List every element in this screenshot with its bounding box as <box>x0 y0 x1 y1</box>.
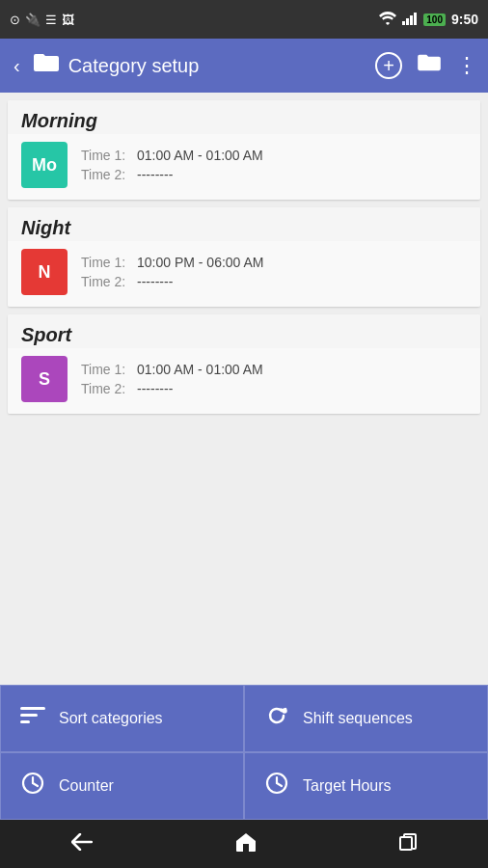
more-button[interactable]: ⋮ <box>456 53 478 78</box>
category-name: Night <box>21 217 70 238</box>
bottom-nav: Sort categories Shift sequences Counter <box>0 685 488 820</box>
category-header: Sport <box>8 314 480 348</box>
system-nav-bar <box>0 820 488 868</box>
category-badge: N <box>21 249 68 295</box>
top-bar: ‹ Category setup + ⋮ <box>0 39 488 93</box>
counter-clock-icon <box>20 771 45 801</box>
category-card[interactable]: Morning Mo Time 1: 01:00 AM - 01:00 AM T… <box>8 100 480 200</box>
category-body: N Time 1: 10:00 PM - 06:00 AM Time 2: --… <box>8 241 480 307</box>
category-header: Night <box>8 207 480 241</box>
target-hours-clock-icon <box>264 771 289 801</box>
notification-icon: ☰ <box>45 13 57 27</box>
time1-label: Time 1: <box>81 148 131 163</box>
time-row-1: Time 1: 01:00 AM - 01:00 AM <box>81 148 263 163</box>
time-row-2: Time 2: -------- <box>81 381 263 396</box>
svg-line-10 <box>33 783 38 786</box>
sys-home-button[interactable] <box>216 825 276 864</box>
shift-sequences-button[interactable]: Shift sequences <box>244 685 488 752</box>
time2-label: Time 2: <box>81 274 131 289</box>
clock-status: 9:50 <box>451 12 478 27</box>
category-badge: S <box>21 356 68 402</box>
battery-icon: 100 <box>423 14 446 26</box>
svg-rect-6 <box>20 720 30 723</box>
category-body: Mo Time 1: 01:00 AM - 01:00 AM Time 2: -… <box>8 134 480 200</box>
svg-rect-15 <box>400 837 412 850</box>
add-button[interactable]: + <box>375 52 402 79</box>
signal-bars-icon <box>402 12 418 28</box>
target-hours-label: Target Hours <box>303 777 392 795</box>
time-row-2: Time 2: -------- <box>81 167 263 182</box>
category-body: S Time 1: 01:00 AM - 01:00 AM Time 2: --… <box>8 348 480 414</box>
sys-back-button[interactable] <box>52 826 112 863</box>
header-folder-icon <box>34 52 59 79</box>
status-bar: ⊙ 🔌 ☰ 🖼 100 9:50 <box>0 0 488 39</box>
time2-label: Time 2: <box>81 167 131 182</box>
category-card[interactable]: Sport S Time 1: 01:00 AM - 01:00 AM Time… <box>8 314 480 414</box>
sort-categories-button[interactable]: Sort categories <box>0 685 244 752</box>
time-row-1: Time 1: 10:00 PM - 06:00 AM <box>81 255 264 270</box>
time2-value: -------- <box>137 167 173 182</box>
svg-rect-0 <box>402 21 405 25</box>
time1-value: 10:00 PM - 06:00 AM <box>137 255 264 270</box>
time1-value: 01:00 AM - 01:00 AM <box>137 362 263 377</box>
svg-rect-2 <box>410 15 413 25</box>
svg-rect-3 <box>414 13 417 25</box>
target-hours-button[interactable]: Target Hours <box>244 752 488 820</box>
svg-point-7 <box>284 710 286 713</box>
counter-button[interactable]: Counter <box>0 752 244 820</box>
signal-icon: ⊙ <box>10 13 20 27</box>
time2-value: -------- <box>137 274 173 289</box>
back-button[interactable]: ‹ <box>10 51 24 81</box>
time-row-1: Time 1: 01:00 AM - 01:00 AM <box>81 362 263 377</box>
time1-label: Time 1: <box>81 362 131 377</box>
svg-line-13 <box>277 783 282 786</box>
page-title: Category setup <box>68 55 366 77</box>
svg-rect-4 <box>20 707 45 710</box>
refresh-icon <box>264 703 289 734</box>
time-rows: Time 1: 01:00 AM - 01:00 AM Time 2: ----… <box>81 148 263 182</box>
time-row-2: Time 2: -------- <box>81 274 264 289</box>
svg-rect-1 <box>406 18 409 25</box>
category-name: Morning <box>21 110 97 131</box>
sort-icon <box>20 705 45 732</box>
header-actions: + ⋮ <box>375 52 478 79</box>
time2-label: Time 2: <box>81 381 131 396</box>
status-left: ⊙ 🔌 ☰ 🖼 <box>10 13 74 27</box>
category-badge: Mo <box>21 142 68 188</box>
folder-right-icon[interactable] <box>418 53 441 78</box>
time1-value: 01:00 AM - 01:00 AM <box>137 148 263 163</box>
svg-rect-5 <box>20 714 38 717</box>
wifi-icon <box>379 12 396 28</box>
sys-recent-button[interactable] <box>380 826 436 863</box>
image-icon: 🖼 <box>62 13 74 27</box>
time-rows: Time 1: 10:00 PM - 06:00 AM Time 2: ----… <box>81 255 264 289</box>
time2-value: -------- <box>137 381 173 396</box>
category-card[interactable]: Night N Time 1: 10:00 PM - 06:00 AM Time… <box>8 207 480 307</box>
status-right: 100 9:50 <box>379 12 478 28</box>
time-rows: Time 1: 01:00 AM - 01:00 AM Time 2: ----… <box>81 362 263 396</box>
category-name: Sport <box>21 324 71 345</box>
main-content: Morning Mo Time 1: 01:00 AM - 01:00 AM T… <box>0 93 488 685</box>
category-header: Morning <box>8 100 480 134</box>
usb-icon: 🔌 <box>25 13 41 27</box>
shift-sequences-label: Shift sequences <box>303 710 413 727</box>
time1-label: Time 1: <box>81 255 131 270</box>
svg-rect-14 <box>243 844 249 852</box>
counter-label: Counter <box>59 777 114 795</box>
sort-categories-label: Sort categories <box>59 710 163 727</box>
